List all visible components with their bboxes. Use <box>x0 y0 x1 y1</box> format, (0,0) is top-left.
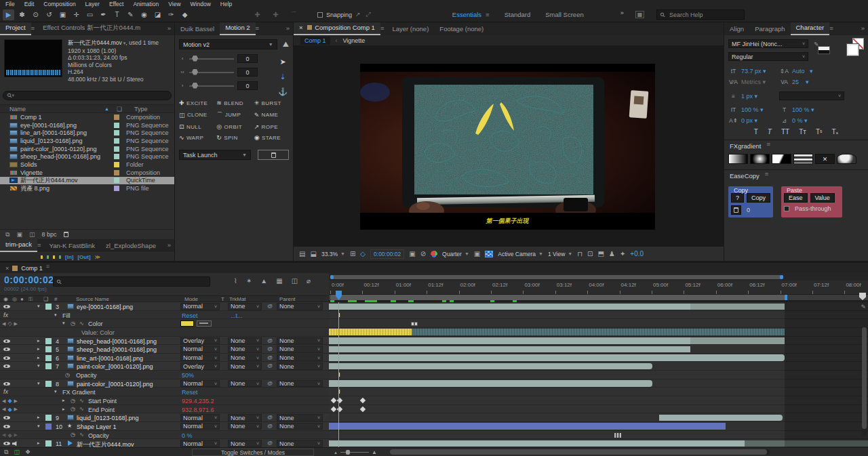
prev-keyframe-icon[interactable]: ◀ <box>2 432 5 438</box>
expander-icon[interactable]: ▸ <box>37 415 40 420</box>
mode-select[interactable]: Normal˅ <box>180 303 220 310</box>
fill-swatch[interactable] <box>847 44 859 56</box>
duik-burst-button[interactable]: ✳BURST <box>254 100 290 106</box>
parent-pickwhip-icon[interactable]: @ <box>267 354 273 360</box>
puppet-pin-tool[interactable]: ◆ <box>179 9 191 20</box>
stopwatch-icon[interactable]: ◷ <box>71 432 75 438</box>
table-row[interactable]: ▾3eye-[0001-0168].pngNormal˅None˅@None˅ <box>0 302 868 311</box>
workspace-small-screen[interactable]: Small Screen <box>545 11 584 18</box>
duik-warp-button[interactable]: ∿WARP <box>179 134 215 141</box>
prev-keyframe-icon[interactable]: ◀ <box>2 407 5 412</box>
rotobrush-tool[interactable]: ✑ <box>165 9 177 20</box>
layer-duration-bar[interactable] <box>329 380 652 387</box>
label-chip[interactable] <box>114 146 119 152</box>
parent-select[interactable]: None˅ <box>277 414 323 421</box>
transparency-grid-icon[interactable] <box>485 251 493 257</box>
camera-tool[interactable]: ▣ <box>57 9 68 20</box>
gradient-preset-cross[interactable]: ✕ <box>815 154 835 164</box>
breadcrumb-previous[interactable]: Vignette <box>343 37 366 44</box>
easecopy-clear-button[interactable] <box>731 205 741 215</box>
layer-name[interactable]: eye-[0001-0168].png <box>77 304 133 310</box>
gradient-preset-linear[interactable] <box>728 154 748 164</box>
property-row[interactable]: ◀◆▶◷∿Opacity0 % <box>0 431 868 440</box>
panel-menu-icon[interactable]: ≡ <box>829 24 836 35</box>
brainstorm-icon[interactable]: ❖ <box>25 449 31 456</box>
menu-edit[interactable]: Edit <box>24 1 35 7</box>
frame-blend-footer-icon[interactable]: ◫ <box>14 449 20 456</box>
tab-motion-2[interactable]: Motion 2 <box>220 22 255 35</box>
faux-style-button[interactable]: T <box>754 128 758 136</box>
parent-select[interactable]: None˅ <box>277 423 323 430</box>
label-chip[interactable] <box>45 346 52 352</box>
label-chip[interactable] <box>45 338 52 344</box>
font-size-value[interactable]: 73.7 px ▾ <box>741 68 776 75</box>
time-navigator[interactable] <box>330 275 783 279</box>
property-name[interactable]: End Point <box>88 407 115 413</box>
mode-select[interactable]: Normal˅ <box>180 380 220 388</box>
pen-tool[interactable]: ✒ <box>98 9 109 20</box>
vertex-icon[interactable]: ✚ <box>270 9 281 20</box>
graph-icon[interactable]: ∿ <box>79 320 84 327</box>
mountains-icon[interactable]: ⛰ <box>283 40 289 49</box>
project-item[interactable]: liquid_[0123-0168].pngPNG Sequence <box>0 137 174 145</box>
keyframe-icon[interactable] <box>414 322 418 326</box>
property-row[interactable]: ◷Opacity50%I <box>0 371 868 379</box>
keyframe-icon[interactable] <box>331 398 336 403</box>
gradient-preset-stripes[interactable] <box>793 154 813 164</box>
panel-menu-icon[interactable]: ≡ <box>380 24 387 35</box>
trim-out-button[interactable]: [Out] <box>77 254 90 260</box>
close-icon[interactable]: × <box>299 24 304 31</box>
breadcrumb-current[interactable]: Comp 1 <box>300 37 330 45</box>
effect-reset-link[interactable]: Reset <box>182 389 198 396</box>
column-parent[interactable]: Parent <box>279 296 296 302</box>
expander-icon[interactable]: ▸ <box>62 398 65 403</box>
column-number[interactable]: # <box>54 296 57 302</box>
roi-icon[interactable]: ▣ <box>474 250 480 257</box>
layer-name[interactable]: liquid_[0123-0168].png <box>77 415 139 421</box>
vertical-scrollbar[interactable] <box>862 327 867 436</box>
trkmat-select[interactable]: None˅ <box>228 354 262 362</box>
mode-select[interactable]: Normal˅ <box>180 346 220 353</box>
property-row[interactable]: fx▾FillReset...t...I <box>0 311 868 320</box>
parent-pickwhip-icon[interactable]: @ <box>267 303 273 309</box>
hand-tool[interactable]: ✽ <box>16 9 28 20</box>
rectangle-tool[interactable]: ▭ <box>84 9 96 20</box>
parent-pickwhip-icon[interactable]: @ <box>267 337 273 344</box>
label-chip[interactable] <box>114 138 119 144</box>
panel-menu-icon[interactable]: ≡ <box>256 24 262 35</box>
gradient-preset-radial[interactable] <box>750 154 770 164</box>
keyframe-icon[interactable] <box>411 322 414 326</box>
mode-select[interactable]: Normal˅ <box>180 414 220 421</box>
effect-name[interactable]: FX Gradient <box>62 389 96 396</box>
trkmat-select[interactable]: None˅ <box>228 380 262 388</box>
property-value[interactable]: 50% <box>182 372 194 379</box>
workspace-standard[interactable]: Standard <box>505 11 531 18</box>
prev-keyframe-icon[interactable]: ◀ <box>2 398 5 404</box>
camera-select[interactable]: Active Camera▼ <box>498 251 543 257</box>
faux-style-button[interactable]: TT <box>781 128 789 136</box>
layer-duration-bar[interactable] <box>329 354 785 361</box>
workspace-menu-icon[interactable]: ≡ <box>486 11 490 18</box>
font-family-select[interactable]: MF JinHei (Nonc...˅ <box>728 39 808 48</box>
property-value[interactable]: 929.4,235.2 <box>182 398 214 405</box>
font-style-select[interactable]: Regular˅ <box>728 52 808 61</box>
property-row[interactable]: ◀◆▶▸◷∿Start Point929.4,235.2 <box>0 396 868 405</box>
table-row[interactable]: ▾10★Shape Layer 1Normal˅None˅@None˅ <box>0 422 868 431</box>
zoom-in-icon[interactable]: ▲ <box>372 449 377 455</box>
anchor-icon[interactable]: ⚓ <box>278 87 288 96</box>
snapshot-icon[interactable]: ▣ <box>409 250 415 257</box>
keyframe-navigator[interactable]: ◀◆▶ <box>2 407 18 413</box>
menu-layer[interactable]: Layer <box>85 1 100 7</box>
tab-overflow[interactable]: » <box>167 241 174 252</box>
table-row[interactable]: ▾8paint-color_[0001-0120].pngNormal˅None… <box>0 379 868 388</box>
project-item[interactable]: eye-[0001-0168].pngPNG Sequence <box>0 121 174 129</box>
audio-icon[interactable] <box>12 441 18 446</box>
trkmat-select[interactable]: None˅ <box>228 440 262 447</box>
view-layout-select[interactable]: 1 View▼ <box>548 251 572 257</box>
layer-name[interactable]: Shape Layer 1 <box>77 423 117 430</box>
project-item[interactable]: 資產 8.pngPNG file <box>0 184 174 192</box>
menu-help[interactable]: Help <box>220 1 232 7</box>
shy-icon[interactable]: ▦ <box>276 277 282 285</box>
motion-preset-select[interactable]: Motion v2▼ <box>179 39 277 49</box>
slider-track[interactable] <box>189 58 234 60</box>
